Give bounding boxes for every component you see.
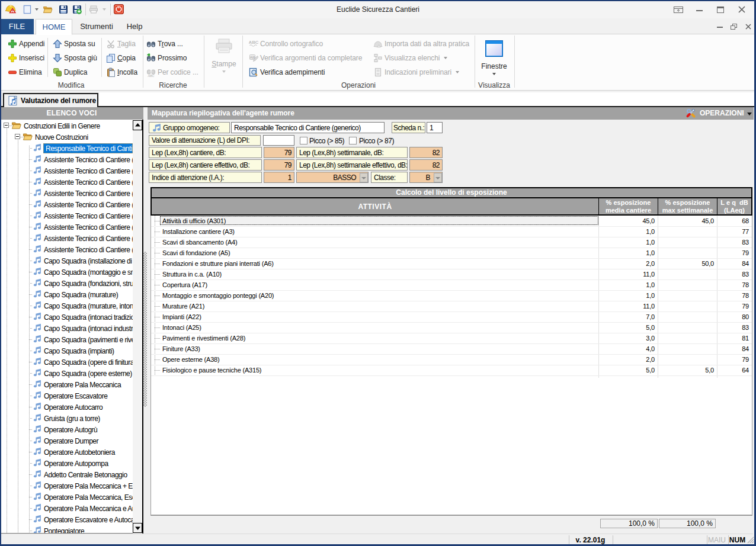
svg-text:ABC: ABC bbox=[147, 74, 154, 78]
svg-text:ABC: ABC bbox=[249, 40, 258, 45]
